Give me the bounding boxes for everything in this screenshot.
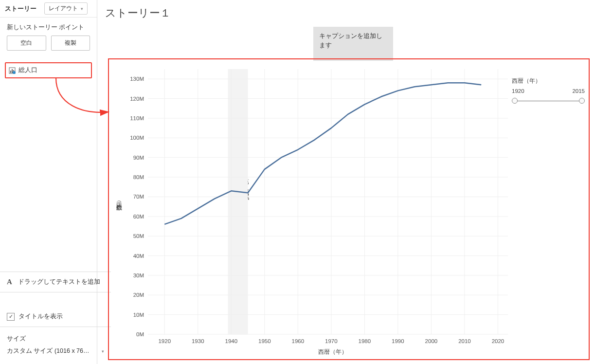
svg-text:1920: 1920 bbox=[158, 338, 171, 344]
sidebar-tabs: ストーリー レイアウト ▾ bbox=[0, 0, 97, 18]
svg-text:1980: 1980 bbox=[359, 338, 371, 344]
svg-text:30M: 30M bbox=[133, 273, 144, 278]
story-sidebar: ストーリー レイアウト ▾ 新しいストーリー ポイント 空白 複製 総人口 A … bbox=[0, 0, 97, 364]
filter-range-readout: 1920 2015 bbox=[512, 88, 585, 94]
svg-text:40M: 40M bbox=[133, 253, 144, 259]
svg-point-4 bbox=[13, 71, 16, 74]
blank-button[interactable]: 空白 bbox=[7, 36, 46, 51]
story-canvas: ストーリー１ キャプションを追加します 人口（総数） 西暦（年） 第２次世界大戦… bbox=[103, 0, 595, 364]
text-icon: A bbox=[7, 278, 12, 286]
svg-text:1960: 1960 bbox=[292, 338, 305, 344]
filter-min: 1920 bbox=[512, 88, 524, 94]
svg-text:70M: 70M bbox=[133, 194, 144, 200]
svg-text:1990: 1990 bbox=[392, 338, 404, 344]
svg-rect-5 bbox=[228, 69, 248, 334]
story-point-view[interactable]: 人口（総数） 西暦（年） 第２次世界大戦 0M10M20M30M40M50M60… bbox=[108, 58, 590, 360]
svg-text:1950: 1950 bbox=[258, 338, 271, 344]
filter-title: 西暦（年） bbox=[512, 77, 585, 85]
tab-layout-select[interactable]: レイアウト ▾ bbox=[44, 2, 88, 15]
filter-max: 2015 bbox=[572, 88, 585, 94]
svg-text:2010: 2010 bbox=[458, 338, 471, 344]
svg-text:80M: 80M bbox=[133, 174, 144, 180]
sheet-item-label: 総人口 bbox=[18, 66, 37, 74]
drag-text-object[interactable]: A ドラッグしてテキストを追加 bbox=[0, 272, 111, 292]
svg-text:2020: 2020 bbox=[492, 338, 505, 344]
slider-handle-min[interactable] bbox=[512, 98, 518, 104]
svg-text:2000: 2000 bbox=[425, 338, 438, 344]
sheet-item-total-population[interactable]: 総人口 bbox=[5, 62, 92, 78]
svg-rect-1 bbox=[10, 71, 11, 73]
svg-text:1930: 1930 bbox=[192, 338, 204, 344]
svg-text:110M: 110M bbox=[130, 115, 144, 121]
tab-story[interactable]: ストーリー bbox=[0, 0, 41, 17]
new-story-point-label: 新しいストーリー ポイント bbox=[0, 18, 97, 36]
story-title[interactable]: ストーリー１ bbox=[103, 0, 595, 22]
svg-text:0M: 0M bbox=[136, 331, 144, 337]
worksheet-icon bbox=[9, 67, 16, 74]
svg-text:50M: 50M bbox=[133, 233, 144, 239]
show-title-toggle[interactable]: ✓ タイトルを表示 bbox=[0, 307, 111, 327]
layout-label: レイアウト bbox=[49, 4, 78, 13]
caption-placeholder[interactable]: キャプションを追加します bbox=[313, 27, 393, 61]
svg-text:60M: 60M bbox=[133, 214, 144, 219]
new-point-buttons: 空白 複製 bbox=[0, 36, 97, 55]
svg-text:1970: 1970 bbox=[325, 338, 338, 344]
svg-text:130M: 130M bbox=[130, 76, 144, 82]
svg-text:120M: 120M bbox=[130, 96, 144, 102]
size-label: サイズ bbox=[7, 335, 104, 343]
svg-text:90M: 90M bbox=[133, 155, 144, 161]
slider-handle-max[interactable] bbox=[579, 98, 585, 104]
dropdown-icon: ▾ bbox=[81, 6, 83, 11]
line-chart[interactable]: 0M10M20M30M40M50M60M70M80M90M100M110M120… bbox=[109, 59, 589, 359]
svg-text:1940: 1940 bbox=[225, 338, 237, 344]
duplicate-button[interactable]: 複製 bbox=[51, 36, 90, 51]
svg-text:20M: 20M bbox=[133, 292, 144, 298]
range-slider[interactable] bbox=[512, 96, 585, 103]
svg-text:10M: 10M bbox=[133, 312, 144, 318]
drag-text-label: ドラッグしてテキストを追加 bbox=[18, 278, 100, 286]
size-dropdown[interactable]: カスタム サイズ (1016 x 76… ▾ bbox=[7, 347, 104, 355]
svg-rect-2 bbox=[12, 69, 13, 73]
size-value: カスタム サイズ (1016 x 76… bbox=[7, 347, 90, 355]
checkbox-checked-icon: ✓ bbox=[7, 313, 15, 321]
svg-text:100M: 100M bbox=[130, 135, 144, 141]
slider-track bbox=[514, 100, 583, 102]
story-size-section: サイズ カスタム サイズ (1016 x 76… ▾ bbox=[0, 330, 111, 355]
show-title-label: タイトルを表示 bbox=[18, 312, 63, 321]
year-filter: 西暦（年） 1920 2015 bbox=[512, 77, 585, 103]
